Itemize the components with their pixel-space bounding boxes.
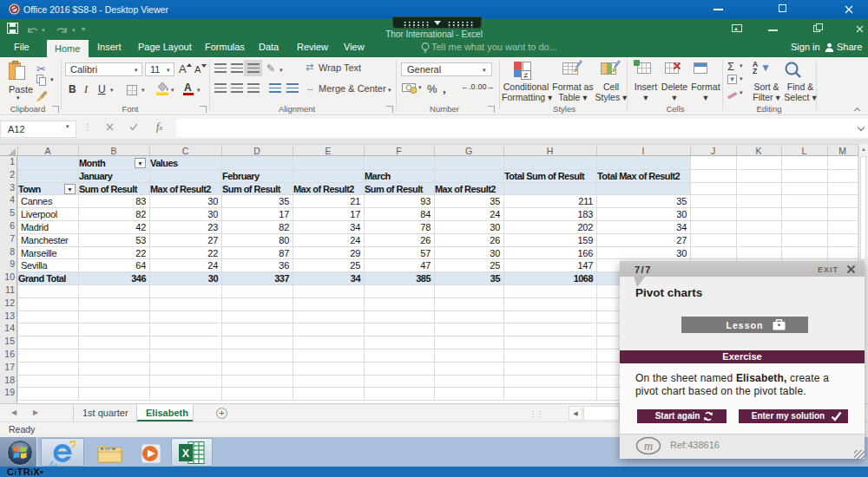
svg-text:m: m [644, 440, 653, 453]
svg-text:X: X [182, 448, 190, 460]
